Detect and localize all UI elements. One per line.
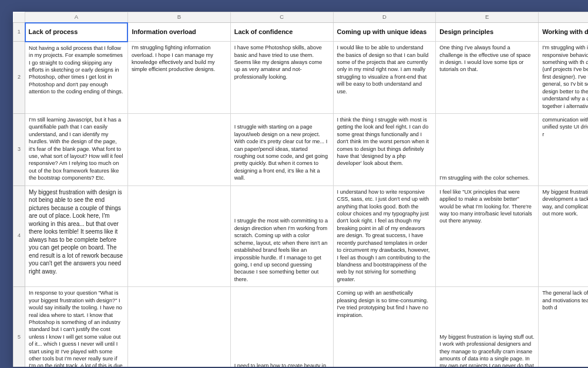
row-header-5[interactable]: 5: [14, 287, 25, 367]
cell-f1[interactable]: Working with design: [539, 23, 588, 42]
spreadsheet-viewport[interactable]: A B C D E F 1 Lack of process Informatio…: [13, 12, 588, 367]
cell-c1[interactable]: Lack of confidence: [230, 23, 333, 42]
col-header-b[interactable]: B: [127, 12, 230, 23]
cell[interactable]: I'm still learning Javascript, but it ha…: [25, 113, 128, 185]
cell[interactable]: I'm struggling fighting information over…: [127, 42, 230, 114]
cell[interactable]: In response to your question "What is yo…: [25, 287, 128, 367]
cell[interactable]: I struggle with starting on a page layou…: [230, 113, 333, 185]
table-row: 3 I'm still learning Javascript, but it …: [14, 113, 589, 185]
cell[interactable]: I struggle the most with committing to a…: [230, 185, 333, 286]
cell[interactable]: I'm struggling with the color schemes.: [436, 113, 539, 185]
cell-d1[interactable]: Coming up with unique ideas: [333, 23, 436, 42]
row-header-2[interactable]: 2: [14, 42, 25, 114]
col-header-e[interactable]: E: [436, 12, 539, 23]
cell[interactable]: The general lack of transp decisions and…: [539, 287, 588, 367]
row-header-1[interactable]: 1: [14, 23, 25, 42]
cell[interactable]: communication with desig designs as a un…: [539, 113, 588, 185]
table-row: 2 Not having a solid process that I foll…: [14, 42, 589, 114]
cell[interactable]: I need to learn how to create beauty in …: [230, 287, 333, 367]
cell[interactable]: Coming up with an aesthetically pleasing…: [333, 287, 436, 367]
row-header-4[interactable]: 4: [14, 185, 25, 286]
cell[interactable]: I'm struggling with impleme take respons…: [539, 42, 588, 114]
cell[interactable]: I understand how to write responsive CSS…: [333, 185, 436, 286]
row-header-3[interactable]: 3: [14, 113, 25, 185]
cell[interactable]: My biggest frustration is laying stuff o…: [436, 287, 539, 367]
table-row: 1 Lack of process Information overload L…: [14, 23, 589, 42]
col-header-a[interactable]: A: [25, 12, 128, 23]
cell[interactable]: I have some Photoshop skills, above basi…: [230, 42, 333, 114]
cell[interactable]: I think the thing I struggle with most i…: [333, 113, 436, 185]
cell-a1[interactable]: Lack of process: [25, 23, 128, 42]
col-header-c[interactable]: C: [230, 12, 333, 23]
app-frame: A B C D E F 1 Lack of process Informatio…: [0, 0, 588, 368]
cell[interactable]: One thing I've always found a challenge …: [436, 42, 539, 114]
cell[interactable]: My biggest frustration with the way" of …: [539, 185, 588, 286]
cell[interactable]: I would like to be able to understand th…: [333, 42, 436, 114]
table-row: 5 In response to your question "What is …: [14, 287, 589, 367]
col-header-d[interactable]: D: [333, 12, 436, 23]
cell[interactable]: I feel like "UX principles that were app…: [436, 185, 539, 286]
cell-b1[interactable]: Information overload: [127, 23, 230, 42]
cell[interactable]: Not having a solid process that I follow…: [25, 42, 128, 114]
col-header-f[interactable]: F: [539, 12, 588, 23]
cell-e1[interactable]: Design principles: [436, 23, 539, 42]
select-all-corner[interactable]: [14, 12, 25, 23]
table-row: 4 My biggest frustration with design is …: [14, 185, 589, 286]
cell[interactable]: [127, 113, 230, 185]
cell[interactable]: [127, 287, 230, 367]
spreadsheet-grid[interactable]: A B C D E F 1 Lack of process Informatio…: [13, 12, 588, 367]
cell[interactable]: My biggest frustration with design is no…: [25, 185, 128, 286]
cell[interactable]: [127, 185, 230, 286]
column-header-row: A B C D E F: [14, 12, 589, 23]
